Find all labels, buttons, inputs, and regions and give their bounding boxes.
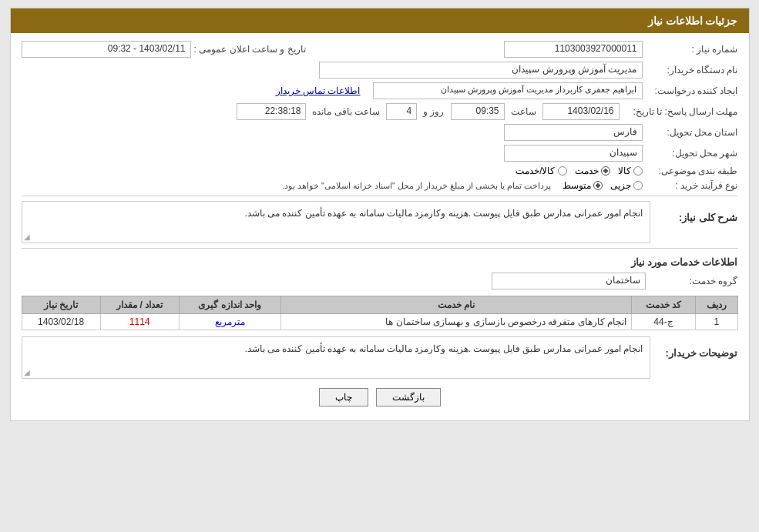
province-value: فارس xyxy=(504,124,643,141)
purchase-type-row: نوع فرآیند خرید : جزیی متوسط پرداخت تمام… xyxy=(22,180,738,191)
main-container: جزئیات اطلاعات نیاز شماره نیاز : 1103003… xyxy=(10,8,750,421)
buyer-name-label: نام دستگاه خریدار: xyxy=(646,65,738,75)
services-title: اطلاعات خدمات مورد نیاز xyxy=(22,256,738,268)
service-group-label: گروه خدمت: xyxy=(646,276,738,286)
city-row: شهر محل تحویل: سپیدان xyxy=(22,145,738,162)
purchase-type-jozi: جزیی xyxy=(610,180,643,191)
buyer-name-value: مدیریت آموزش وپرورش سپیدان xyxy=(319,62,643,79)
deadline-label: مهلت ارسال پاسخ: تا تاریخ: xyxy=(623,106,738,117)
service-group-value: ساختمان xyxy=(492,273,646,289)
resize-icon-2: ◢ xyxy=(24,368,30,376)
announce-label: تاریخ و ساعت اعلان عمومی : xyxy=(194,44,306,55)
requester-row: ایجاد کننده درخواست: ابراهیم جعفری کاربر… xyxy=(22,82,738,99)
purchase-note: پرداخت تمام یا بخشی از مبلغ خریدار از مح… xyxy=(282,181,559,191)
purchase-type-label: نوع فرآیند خرید : xyxy=(646,180,738,191)
table-row: 1 ج-44 انجام کارهای متفرقه درخصوص بازساز… xyxy=(22,314,737,330)
purchase-type-radio-group: جزیی متوسط xyxy=(563,180,643,191)
city-value: سپیدان xyxy=(504,145,643,162)
province-label: استان محل تحویل: xyxy=(646,127,738,138)
category-option-khedmat: خدمت xyxy=(575,166,610,176)
remaining-label: ساعت باقی مانده xyxy=(309,106,383,117)
page-header: جزئیات اطلاعات نیاز xyxy=(11,8,749,33)
category-option-kala-khedmat: کالا/خدمت xyxy=(516,166,566,176)
button-row: بازگشت چاپ xyxy=(22,388,738,407)
general-desc-title: شرح کلی نیاز: xyxy=(653,209,738,223)
province-row: استان محل تحویل: فارس xyxy=(22,124,738,141)
col-header-date: تاریخ نیاز xyxy=(22,296,100,314)
city-label: شهر محل تحویل: xyxy=(646,148,738,159)
divider1 xyxy=(22,196,738,196)
need-number-value: 1103003927000011 xyxy=(504,41,643,58)
cell-date: 1403/02/18 xyxy=(22,314,100,330)
buyer-name-row: نام دستگاه خریدار: مدیریت آموزش وپرورش س… xyxy=(22,62,738,79)
services-table-section: ردیف کد خدمت نام خدمت واحد اندازه گیری ت… xyxy=(22,296,738,330)
contact-link[interactable]: اطلاعات تماس خریدار xyxy=(276,85,361,96)
requester-label: ایجاد کننده درخواست: xyxy=(646,85,738,96)
days-value: 4 xyxy=(386,103,417,120)
cell-unit: مترمربع xyxy=(179,314,280,330)
buyer-desc-value: انجام امور عمرانی مدارس طبق فایل پیوست .… xyxy=(25,340,646,357)
col-header-quantity: تعداد / مقدار xyxy=(100,296,179,314)
category-radio-kala-khedmat[interactable] xyxy=(558,166,567,176)
cell-code: ج-44 xyxy=(632,314,696,330)
col-header-name: نام خدمت xyxy=(280,296,631,314)
category-label-khedmat: خدمت xyxy=(575,166,599,176)
divider2 xyxy=(22,248,738,249)
need-number-label: شماره نیاز : xyxy=(646,44,738,55)
purchase-label-motevaset: متوسط xyxy=(563,180,591,191)
print-button[interactable]: چاپ xyxy=(319,388,368,407)
back-button[interactable]: بازگشت xyxy=(376,388,441,407)
days-label: روز و xyxy=(420,106,447,117)
buyer-desc-container: انجام امور عمرانی مدارس طبق فایل پیوست .… xyxy=(22,336,650,379)
purchase-label-jozi: جزیی xyxy=(610,180,631,191)
cell-row: 1 xyxy=(696,314,738,330)
service-group-row: گروه خدمت: ساختمان xyxy=(22,273,738,289)
general-desc-row: شرح کلی نیاز: انجام امور عمرانی مدارس طب… xyxy=(22,201,738,243)
services-table: ردیف کد خدمت نام خدمت واحد اندازه گیری ت… xyxy=(22,296,738,330)
purchase-radio-jozi[interactable] xyxy=(633,181,643,190)
col-header-row: ردیف xyxy=(696,296,738,314)
general-desc-value: انجام امور عمرانی مدارس طبق فایل پیوست .… xyxy=(25,205,646,222)
category-radio-kala[interactable] xyxy=(633,166,643,176)
page-title: جزئیات اطلاعات نیاز xyxy=(648,15,738,27)
category-radio-khedmat[interactable] xyxy=(601,166,610,176)
announce-date-value: 1403/02/11 - 09:32 xyxy=(22,41,191,58)
category-label-kala-khedmat: کالا/خدمت xyxy=(516,166,555,176)
deadline-date-value: 1403/02/16 xyxy=(542,103,620,120)
cell-quantity: 1114 xyxy=(100,314,179,330)
col-header-code: کد خدمت xyxy=(632,296,696,314)
buyer-desc-row: توضیحات خریدار: انجام امور عمرانی مدارس … xyxy=(22,336,738,379)
category-option-kala: کالا xyxy=(618,166,643,176)
resize-icon: ◢ xyxy=(24,233,30,241)
category-label-kala: کالا xyxy=(618,166,631,176)
deadline-row: مهلت ارسال پاسخ: تا تاریخ: 1403/02/16 سا… xyxy=(22,103,738,120)
time-label: ساعت xyxy=(508,106,539,117)
content-area: شماره نیاز : 1103003927000011 تاریخ و سا… xyxy=(11,33,749,420)
col-header-unit: واحد اندازه گیری xyxy=(179,296,280,314)
deadline-time-value: 09:35 xyxy=(451,103,505,120)
category-radio-group: کالا خدمت کالا/خدمت xyxy=(516,166,642,176)
purchase-type-motevaset: متوسط xyxy=(563,180,603,191)
need-number-row: شماره نیاز : 1103003927000011 تاریخ و سا… xyxy=(22,41,738,58)
category-label: طبقه بندی موضوعی: xyxy=(646,166,738,176)
category-row: طبقه بندی موضوعی: کالا خدمت کالا/خدمت xyxy=(22,166,738,176)
general-desc-container: انجام امور عمرانی مدارس طبق فایل پیوست .… xyxy=(22,201,650,243)
requester-value: ابراهیم جعفری کاربرداز مدیریت آموزش وپرو… xyxy=(373,82,643,99)
purchase-radio-motevaset[interactable] xyxy=(593,181,603,190)
buyer-desc-label: توضیحات خریدار: xyxy=(653,344,738,359)
remaining-time-value: 22:38:18 xyxy=(237,103,306,120)
cell-name: انجام کارهای متفرقه درخصوص بازسازی و بهس… xyxy=(280,314,631,330)
